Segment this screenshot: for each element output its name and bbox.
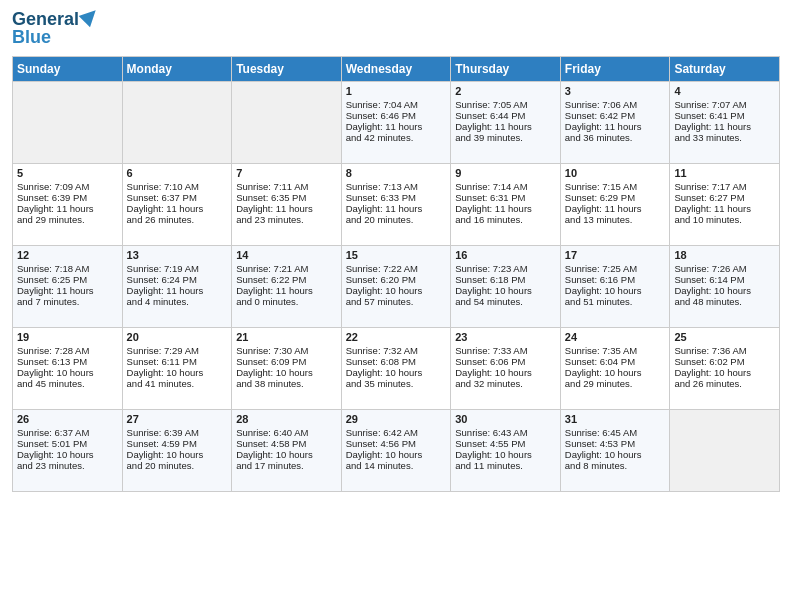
logo: General Blue [12, 10, 98, 48]
day-info: and 41 minutes. [127, 378, 228, 389]
day-info: Daylight: 10 hours [346, 449, 447, 460]
day-info: Sunrise: 6:37 AM [17, 427, 118, 438]
day-info: and 14 minutes. [346, 460, 447, 471]
day-info: Sunrise: 6:40 AM [236, 427, 337, 438]
day-info: Sunrise: 7:07 AM [674, 99, 775, 110]
day-info: and 16 minutes. [455, 214, 556, 225]
calendar-cell: 21Sunrise: 7:30 AMSunset: 6:09 PMDayligh… [232, 327, 342, 409]
day-info: and 42 minutes. [346, 132, 447, 143]
day-info: and 17 minutes. [236, 460, 337, 471]
day-info: Sunrise: 7:25 AM [565, 263, 666, 274]
day-number: 17 [565, 249, 666, 261]
day-number: 18 [674, 249, 775, 261]
calendar-cell: 7Sunrise: 7:11 AMSunset: 6:35 PMDaylight… [232, 163, 342, 245]
day-info: Sunrise: 7:11 AM [236, 181, 337, 192]
calendar-cell: 11Sunrise: 7:17 AMSunset: 6:27 PMDayligh… [670, 163, 780, 245]
day-number: 8 [346, 167, 447, 179]
day-info: Sunset: 6:33 PM [346, 192, 447, 203]
day-info: Daylight: 11 hours [346, 121, 447, 132]
calendar-cell: 5Sunrise: 7:09 AMSunset: 6:39 PMDaylight… [13, 163, 123, 245]
day-number: 22 [346, 331, 447, 343]
day-info: Sunrise: 7:13 AM [346, 181, 447, 192]
calendar-cell: 14Sunrise: 7:21 AMSunset: 6:22 PMDayligh… [232, 245, 342, 327]
day-number: 27 [127, 413, 228, 425]
day-info: Daylight: 10 hours [127, 449, 228, 460]
day-info: Sunrise: 7:32 AM [346, 345, 447, 356]
calendar-cell: 19Sunrise: 7:28 AMSunset: 6:13 PMDayligh… [13, 327, 123, 409]
day-info: Sunset: 6:20 PM [346, 274, 447, 285]
calendar-cell [232, 81, 342, 163]
day-number: 30 [455, 413, 556, 425]
day-info: Sunrise: 7:29 AM [127, 345, 228, 356]
day-info: Sunset: 6:35 PM [236, 192, 337, 203]
week-row-3: 19Sunrise: 7:28 AMSunset: 6:13 PMDayligh… [13, 327, 780, 409]
day-info: Sunset: 6:31 PM [455, 192, 556, 203]
day-info: Daylight: 10 hours [17, 367, 118, 378]
day-info: Daylight: 11 hours [17, 285, 118, 296]
day-info: Sunset: 6:37 PM [127, 192, 228, 203]
day-number: 6 [127, 167, 228, 179]
calendar-cell: 30Sunrise: 6:43 AMSunset: 4:55 PMDayligh… [451, 409, 561, 491]
day-info: and 33 minutes. [674, 132, 775, 143]
day-info: Sunset: 6:46 PM [346, 110, 447, 121]
day-info: Daylight: 10 hours [236, 367, 337, 378]
day-number: 12 [17, 249, 118, 261]
calendar-cell [670, 409, 780, 491]
header: General Blue [12, 10, 780, 48]
day-info: Daylight: 10 hours [236, 449, 337, 460]
weekday-header-friday: Friday [560, 56, 670, 81]
day-info: Daylight: 11 hours [674, 121, 775, 132]
day-info: Sunset: 6:29 PM [565, 192, 666, 203]
week-row-1: 5Sunrise: 7:09 AMSunset: 6:39 PMDaylight… [13, 163, 780, 245]
day-info: Daylight: 10 hours [17, 449, 118, 460]
day-info: Sunrise: 7:17 AM [674, 181, 775, 192]
day-info: Daylight: 10 hours [565, 449, 666, 460]
day-info: Daylight: 10 hours [455, 285, 556, 296]
day-number: 29 [346, 413, 447, 425]
calendar-cell: 15Sunrise: 7:22 AMSunset: 6:20 PMDayligh… [341, 245, 451, 327]
day-info: Sunset: 6:25 PM [17, 274, 118, 285]
day-number: 25 [674, 331, 775, 343]
day-info: Daylight: 11 hours [674, 203, 775, 214]
calendar-cell: 17Sunrise: 7:25 AMSunset: 6:16 PMDayligh… [560, 245, 670, 327]
day-info: and 38 minutes. [236, 378, 337, 389]
day-info: Sunrise: 7:28 AM [17, 345, 118, 356]
day-info: and 39 minutes. [455, 132, 556, 143]
calendar-cell: 20Sunrise: 7:29 AMSunset: 6:11 PMDayligh… [122, 327, 232, 409]
calendar-cell: 24Sunrise: 7:35 AMSunset: 6:04 PMDayligh… [560, 327, 670, 409]
day-info: Sunset: 6:27 PM [674, 192, 775, 203]
day-info: Sunset: 6:13 PM [17, 356, 118, 367]
day-number: 10 [565, 167, 666, 179]
weekday-header-row: SundayMondayTuesdayWednesdayThursdayFrid… [13, 56, 780, 81]
day-number: 9 [455, 167, 556, 179]
day-info: and 20 minutes. [346, 214, 447, 225]
day-info: Sunrise: 7:33 AM [455, 345, 556, 356]
day-info: Sunrise: 7:15 AM [565, 181, 666, 192]
day-number: 4 [674, 85, 775, 97]
day-info: and 54 minutes. [455, 296, 556, 307]
day-info: and 45 minutes. [17, 378, 118, 389]
day-info: Sunrise: 7:04 AM [346, 99, 447, 110]
day-info: and 7 minutes. [17, 296, 118, 307]
day-info: Sunset: 6:09 PM [236, 356, 337, 367]
logo-text-block: General Blue [12, 10, 98, 48]
calendar-cell: 3Sunrise: 7:06 AMSunset: 6:42 PMDaylight… [560, 81, 670, 163]
day-info: Sunset: 4:53 PM [565, 438, 666, 449]
day-info: and 29 minutes. [17, 214, 118, 225]
day-info: Daylight: 10 hours [455, 367, 556, 378]
logo-blue: Blue [12, 28, 98, 48]
day-info: Sunrise: 7:23 AM [455, 263, 556, 274]
day-info: and 48 minutes. [674, 296, 775, 307]
day-info: and 0 minutes. [236, 296, 337, 307]
day-info: Daylight: 10 hours [346, 285, 447, 296]
week-row-4: 26Sunrise: 6:37 AMSunset: 5:01 PMDayligh… [13, 409, 780, 491]
day-info: and 29 minutes. [565, 378, 666, 389]
day-number: 7 [236, 167, 337, 179]
day-info: Sunset: 6:42 PM [565, 110, 666, 121]
day-info: Sunset: 4:55 PM [455, 438, 556, 449]
calendar-cell: 29Sunrise: 6:42 AMSunset: 4:56 PMDayligh… [341, 409, 451, 491]
day-info: and 35 minutes. [346, 378, 447, 389]
day-number: 20 [127, 331, 228, 343]
day-info: Sunset: 6:44 PM [455, 110, 556, 121]
day-number: 3 [565, 85, 666, 97]
